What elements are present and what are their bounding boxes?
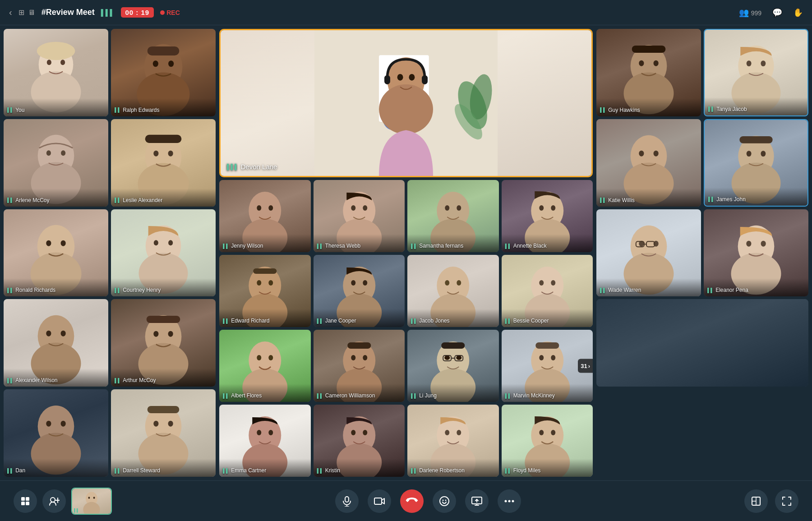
tile-jenny[interactable]: ▌▌ Jenny Wilson: [219, 180, 311, 252]
chat-icon[interactable]: 💬: [772, 8, 782, 18]
tile-eleanor[interactable]: ▌▌ Eleanor Pena: [704, 209, 808, 297]
screen-share-button[interactable]: [465, 489, 489, 513]
tile-label-james: ▌▌ James John: [708, 196, 746, 203]
camera-button[interactable]: [368, 489, 391, 513]
add-participant-button[interactable]: [42, 489, 66, 513]
layout-button[interactable]: [744, 489, 768, 513]
end-call-button[interactable]: [400, 489, 424, 513]
tile-alexander[interactable]: ▌▌ Alexander Wilson: [4, 299, 108, 387]
svg-rect-159: [26, 497, 29, 501]
tile-james[interactable]: ▌▌ James John: [704, 119, 808, 207]
signal-icon: ▌▌: [411, 244, 417, 249]
svg-point-120: [363, 430, 367, 435]
emoji-icon: [439, 496, 450, 507]
tile-label-edward: ▌▌ Edward Richard: [223, 318, 270, 324]
participants-icon[interactable]: 👥 999: [739, 8, 761, 18]
signal-icon: ▌▌: [7, 107, 14, 112]
signal-icon: ▌▌: [411, 468, 417, 473]
right-panel: ▌▌ Guy Hawkins ▌▌ Tanya Jacob: [596, 29, 808, 477]
tile-cameron[interactable]: ▌▌ Cameron Williamson: [314, 330, 405, 402]
svg-point-123: [445, 430, 449, 435]
grid-icon: [20, 496, 30, 506]
tile-arthur[interactable]: ▌▌ Arthur McCoy: [111, 299, 216, 387]
tile-edward[interactable]: ▌▌ Edward Richard: [219, 255, 311, 327]
svg-rect-18: [145, 135, 182, 143]
top-bar-left: ‹ ⊞ 🖥 #Review Meet ▌▌▌ 00 : 19 REC: [9, 7, 180, 18]
tile-katie[interactable]: ▌▌ Katie Willis: [596, 119, 701, 207]
svg-point-33: [153, 331, 158, 337]
tile-tanya[interactable]: ▌▌ Tanya Jacob: [704, 29, 808, 116]
tile-ralph[interactable]: ▌▌ Ralph Edwards: [111, 29, 216, 116]
svg-point-166: [83, 502, 100, 513]
tile-guy[interactable]: ▌▌ Guy Hawkins: [596, 29, 701, 116]
svg-point-137: [761, 60, 766, 66]
center-row-4: ▌▌ Albert Flores ▌▌: [219, 330, 593, 402]
svg-point-98: [363, 355, 367, 360]
microphone-button[interactable]: [335, 489, 359, 513]
tile-floyd[interactable]: ▌▌ Floyd Miles: [502, 405, 593, 477]
tile-arlene[interactable]: ▌▌ Arlene McCoy: [4, 119, 108, 207]
tile-label-jenny: ▌▌ Jenny Wilson: [223, 243, 263, 249]
tile-you[interactable]: ▌▌ You: [4, 29, 108, 116]
svg-point-7: [153, 60, 158, 67]
tile-dan[interactable]: ▌▌ Dan: [4, 389, 108, 477]
tile-leslie[interactable]: ▌▌ Leslie Alexander: [111, 119, 216, 207]
screen-icon: 🖥: [28, 9, 35, 17]
emoji-button[interactable]: [433, 489, 456, 513]
tile-right-placeholder-1[interactable]: [596, 299, 808, 387]
raise-hand-icon[interactable]: ✋: [793, 8, 803, 18]
tile-jacob[interactable]: ▌▌ Jacob Jones: [407, 255, 499, 327]
svg-point-110: [539, 355, 544, 360]
featured-tile-devon[interactable]: ▌▌▌ Devon Lane: [219, 29, 593, 177]
svg-point-173: [440, 497, 449, 506]
more-options-button[interactable]: [498, 489, 521, 513]
svg-point-13: [61, 150, 65, 156]
tile-albert[interactable]: ▌▌ Albert Flores: [219, 330, 311, 402]
tile-annette[interactable]: ▌▌ Annette Black: [502, 180, 593, 252]
svg-rect-160: [21, 502, 25, 505]
svg-point-102: [444, 355, 450, 360]
signal-icon: ▌▌: [223, 468, 229, 473]
back-button[interactable]: ‹: [9, 7, 12, 18]
tile-kristin[interactable]: ▌▌ Kristin: [314, 405, 405, 477]
tile-wade[interactable]: ▌▌ Wade Warren: [596, 209, 701, 297]
svg-point-29: [46, 331, 51, 337]
tile-label-samantha: ▌▌ Samantha fernans: [411, 243, 463, 249]
svg-rect-54: [384, 75, 390, 84]
svg-point-73: [551, 205, 555, 211]
tile-lijung[interactable]: ▌▌ Li Jung: [407, 330, 499, 402]
signal-icon: ▌▌: [707, 288, 714, 293]
svg-point-61: [268, 205, 273, 211]
svg-point-25: [154, 240, 158, 245]
tile-label-alexander: ▌▌ Alexander Wilson: [7, 377, 58, 383]
chevron-right-icon: ›: [588, 363, 590, 369]
grid-icon: ⊞: [18, 8, 24, 17]
more-icon: [504, 500, 514, 503]
tile-label-dan: ▌▌ Dan: [7, 467, 25, 474]
next-page-indicator[interactable]: 31 ›: [578, 359, 593, 373]
svg-point-93: [257, 355, 261, 360]
signal-icon: ▌▌: [317, 318, 323, 323]
signal-icon: ▌▌: [708, 197, 715, 202]
tile-label-bessie: ▌▌ Bessie Cooper: [505, 318, 549, 324]
tile-label-ronald: ▌▌ Ronald Richards: [7, 287, 55, 293]
svg-point-65: [363, 205, 367, 211]
svg-point-162: [51, 498, 55, 502]
tile-label-tanya: ▌▌ Tanya Jacob: [708, 106, 747, 112]
self-preview-thumbnail[interactable]: ▌▌: [71, 488, 112, 515]
svg-point-85: [445, 280, 449, 286]
tile-darrell[interactable]: ▌▌ Darrell Steward: [111, 389, 216, 477]
tile-bessie[interactable]: ▌▌ Bessie Cooper: [502, 255, 593, 327]
tile-ronald[interactable]: ▌▌ Ronald Richards: [4, 209, 108, 297]
tile-jane[interactable]: ▌▌ Jane Cooper: [314, 255, 405, 327]
signal-icon: ▌▌: [411, 318, 417, 323]
svg-point-12: [46, 150, 51, 156]
tile-courtney[interactable]: ▌▌ Courtney Henry: [111, 209, 216, 297]
tile-darlene[interactable]: ▌▌ Darlene Robertson: [407, 405, 499, 477]
grid-view-button[interactable]: [14, 489, 37, 513]
meeting-title: #Review Meet: [42, 8, 95, 17]
tile-samantha[interactable]: ▌▌ Samantha fernans: [407, 180, 499, 252]
tile-emma[interactable]: ▌▌ Emma Cartner: [219, 405, 311, 477]
tile-theresa[interactable]: ▌▌ Theresa Webb: [314, 180, 405, 252]
fullscreen-button[interactable]: [775, 489, 798, 513]
